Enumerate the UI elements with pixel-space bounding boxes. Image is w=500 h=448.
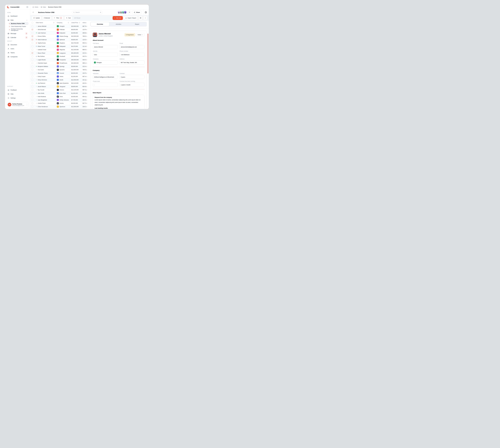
table-row[interactable]: Charlotte Hayes⊛Flora&Fauna$22,800,00099…	[30, 62, 88, 65]
table-row[interactable]: Amelia Fisher◆Aurora$5,000,000567 Titan	[30, 102, 88, 105]
field-full-name[interactable]: James Mitchell	[93, 45, 118, 49]
table-row[interactable]: Emily CooperCVertex$2,200,000567 Innov	[30, 75, 88, 78]
share-button[interactable]: Share	[132, 10, 142, 14]
row-checkbox[interactable]	[32, 42, 33, 44]
table-row[interactable]: Juan Micgleheiz◇Infinity Ventures$7,700,…	[30, 98, 88, 102]
sidebar-item-teams[interactable]: Teams	[7, 51, 29, 55]
table-row[interactable]: Alexander Parker▦Ascend$5,000,000234 Tec…	[30, 71, 88, 75]
table-row[interactable]: ✓Olivia Bennett∗Pollinate$8,500,000123 T…	[30, 28, 88, 32]
tab-report[interactable]: Report	[128, 22, 146, 26]
tab-activities[interactable]: Activities	[109, 22, 128, 26]
back-button[interactable]	[32, 11, 35, 14]
row-checkbox[interactable]: ✓	[32, 29, 33, 31]
row-checkbox[interactable]	[32, 49, 33, 50]
table-row[interactable]: Benjamin Wallace∥Synergy$5,500,000222 Ho…	[30, 65, 88, 68]
table-row[interactable]: Ethan Turner≡Railspeed$4,270,000111 Infi…	[30, 45, 88, 48]
sidebar-item-data[interactable]: Data	[7, 18, 29, 22]
row-checkbox[interactable]: ✓	[32, 35, 33, 37]
table-row[interactable]: Jacob Watson◍Vanguard$8,800,000654 Wave	[30, 85, 88, 88]
table-row[interactable]: ✓Mason Reed◨Leapyears$51,800,000222 Gree…	[30, 51, 88, 55]
field-project-deal[interactable]: -	[93, 83, 118, 87]
row-checkbox[interactable]	[32, 76, 33, 77]
sidebar-item-dashboard[interactable]: Dashboard	[7, 14, 29, 18]
field-address[interactable]: 987 Tech Way, Seattle, WA	[119, 61, 145, 64]
row-checkbox[interactable]	[32, 99, 33, 101]
sort-toggle-icon[interactable]	[79, 22, 80, 23]
user-menu-chevron-icon[interactable]: ⌃⌃	[27, 104, 27, 105]
row-checkbox[interactable]: ✓	[32, 39, 33, 41]
table-row[interactable]: Mia SullivangGoodwell$25,000,000333 Tech…	[30, 55, 88, 58]
sidebar-subitem-business-partner-crm[interactable]: Business Partner CRM	[9, 22, 29, 25]
sort-toggle-icon[interactable]	[68, 22, 69, 23]
sort-button[interactable]: Sort	[65, 16, 72, 20]
table-row[interactable]: Logan Brooks⠶Fourpoints$30,500,000444 Ho…	[30, 58, 88, 62]
table-row[interactable]: James Mitchell◗Peregrin$15,900,000987 Te…	[30, 25, 88, 28]
table-row[interactable]: Chloe Henderson⇄Spectrum$12,000,000234 C…	[30, 105, 88, 108]
table-row[interactable]: Keith Moderat▞Orion$3,000,000654 Syner	[30, 95, 88, 98]
panel-scrollbar[interactable]	[148, 33, 148, 73]
row-checkbox[interactable]	[32, 32, 33, 34]
sidebar-item-help[interactable]: Help	[7, 92, 29, 96]
row-checkbox[interactable]	[32, 106, 33, 108]
row-checkbox[interactable]	[32, 96, 33, 97]
table-row[interactable]: John SmithSEcho Tech$1,000,000321 Beta A	[30, 92, 88, 95]
row-checkbox[interactable]	[32, 46, 33, 47]
sidebar-item-users[interactable]: Users	[7, 47, 29, 51]
row-checkbox[interactable]	[32, 69, 33, 71]
sidebar-collapse-icon[interactable]	[26, 6, 28, 8]
avatar[interactable]: ☻	[124, 11, 127, 14]
row-checkbox[interactable]	[32, 59, 33, 61]
row-checkbox[interactable]	[32, 92, 33, 94]
breadcrumb-item-business-partner-crm[interactable]: Business Partner CRM	[48, 6, 61, 8]
row-checkbox[interactable]	[32, 62, 33, 64]
sidebar-item-settings[interactable]: Settings	[7, 96, 29, 100]
field-company[interactable]: ◗Peregrin	[93, 61, 118, 64]
row-checkbox[interactable]	[32, 86, 33, 87]
sidebar-item-feedback[interactable]: Feedback	[7, 88, 29, 92]
row-checkbox[interactable]	[32, 72, 33, 74]
field-industries[interactable]: Artificial Intelligence & Blockchain	[93, 75, 118, 79]
row-checkbox[interactable]: ✓	[32, 52, 33, 54]
row-checkbox[interactable]	[32, 82, 33, 84]
row-checkbox[interactable]	[32, 79, 33, 81]
more-options-button[interactable]	[143, 16, 147, 20]
table-row[interactable]: ✓Emma Collins☀Solaris Energy$10,000,0007…	[30, 35, 88, 38]
field-phone-number[interactable]: +44 05940323	[119, 53, 145, 57]
table-row[interactable]: Ryu Suzaki∞Horizon$12,100,000987 Alpha	[30, 88, 88, 92]
row-checkbox[interactable]	[32, 102, 33, 104]
select-all-checkbox[interactable]	[32, 22, 33, 23]
sidebar-item-document[interactable]: Document	[7, 43, 29, 47]
field-email[interactable]: Jamesmitchell@gmail.com	[119, 45, 145, 49]
row-checkbox[interactable]	[32, 55, 33, 57]
row-checkbox[interactable]	[32, 89, 33, 91]
sidebar-item-calendar[interactable]: Calendar3	[7, 35, 29, 39]
field-contract-has-been-running[interactable]: 1 years 2 month	[119, 83, 145, 87]
table-row[interactable]: Isabella Foster∿Magnolia$12,200,000666 N…	[30, 48, 88, 51]
row-checkbox[interactable]	[32, 25, 33, 27]
sidebar-subitem-client-relationship-tracker[interactable]: Client Relationship Tracker	[9, 25, 29, 28]
update-button[interactable]: Update	[32, 16, 41, 20]
sidebar-item-companies[interactable]: Companies	[7, 55, 29, 59]
filter-button[interactable]: Filter 3	[52, 16, 64, 20]
sort-toggle-icon[interactable]	[53, 22, 54, 23]
user-card[interactable]: AR Farhan Pratama farhanudin@gmail.com ⌃…	[7, 102, 29, 107]
table-row[interactable]: Ava Carter★Dynamic$12,800,000789 Sky B	[30, 68, 88, 72]
search-bar[interactable]	[72, 11, 103, 14]
search-settings-icon[interactable]	[100, 12, 101, 13]
table-row[interactable]: ✓Noah Anderson◎Spherule$9,850,000123 Gre…	[30, 38, 88, 41]
table-row[interactable]: Lily Peterson◉Apex Dynamics$10,110,00043…	[30, 82, 88, 85]
add-new-button[interactable]: + Add new	[113, 16, 123, 20]
action-button[interactable]: Action	[136, 33, 145, 37]
breadcrumb-item-data[interactable]: Data	[41, 6, 46, 8]
table-row[interactable]: Sophia EvansϟSisyphus$10,700,000555 Hori…	[30, 41, 88, 45]
chevron-down-icon[interactable]	[26, 19, 28, 21]
table-row[interactable]: Liam Harrison◔Eclipseful$3,000,000456 Me…	[30, 31, 88, 35]
right-panel-toggle-icon[interactable]	[145, 11, 147, 13]
breadcrumb-item-home[interactable]: Home	[32, 6, 38, 8]
sidebar-subitem-strategic-partnership-management[interactable]: Strategic Partnership Management	[9, 28, 29, 32]
selected-count-button[interactable]: 4 Selected	[42, 16, 51, 20]
sidebar-item-message[interactable]: Message3	[7, 32, 29, 35]
add-collaborator-button[interactable]: +	[128, 11, 131, 14]
import-export-button[interactable]: Import / Export	[124, 16, 138, 20]
row-checkbox[interactable]	[32, 65, 33, 67]
